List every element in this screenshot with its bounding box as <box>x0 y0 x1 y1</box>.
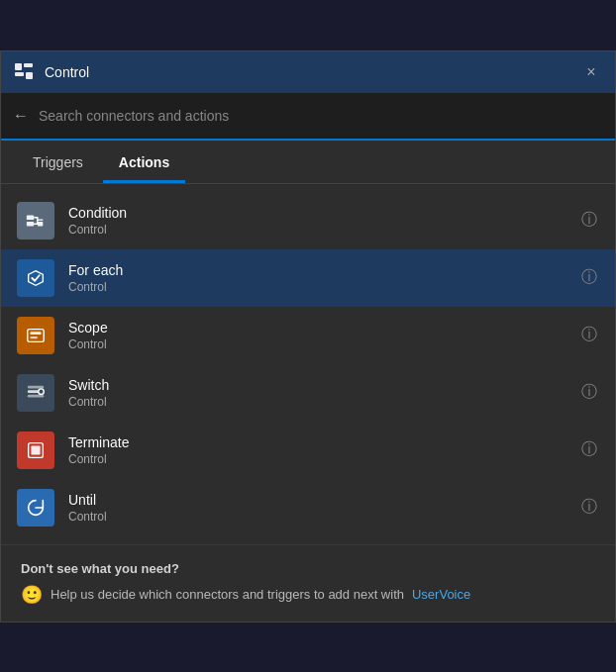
switch-icon <box>17 374 54 412</box>
footer-text: 🙂 Help us decide which connectors and tr… <box>21 584 595 606</box>
terminate-text: Terminate Control <box>68 434 579 466</box>
scope-info-icon[interactable]: ⓘ <box>579 326 599 345</box>
svg-rect-15 <box>31 445 40 454</box>
svg-rect-0 <box>15 63 22 70</box>
for-each-text: For each Control <box>68 262 579 294</box>
title-bar: Control × <box>1 51 615 93</box>
until-text: Until Control <box>68 492 579 524</box>
svg-rect-11 <box>28 394 45 397</box>
scope-icon <box>17 317 54 354</box>
list-item-switch[interactable]: Switch Control ⓘ <box>1 364 615 422</box>
tabs-row: Triggers Actions <box>1 141 615 184</box>
svg-rect-3 <box>26 72 33 79</box>
svg-rect-5 <box>27 221 34 226</box>
list-item-scope[interactable]: Scope Control ⓘ <box>1 307 615 364</box>
for-each-icon <box>17 259 54 297</box>
search-bar: ← <box>1 93 615 141</box>
condition-text: Condition Control <box>68 205 579 237</box>
uservoice-link[interactable]: UserVoice <box>412 587 470 602</box>
svg-rect-4 <box>27 215 34 220</box>
back-button[interactable]: ← <box>13 107 29 125</box>
svg-rect-8 <box>31 332 42 335</box>
terminate-info-icon[interactable]: ⓘ <box>579 440 599 460</box>
footer-heading: Don't see what you need? <box>21 561 595 576</box>
scope-text: Scope Control <box>68 320 579 351</box>
switch-info-icon[interactable]: ⓘ <box>579 383 599 403</box>
control-dialog: Control × ← Triggers Actions Condit <box>0 50 616 623</box>
svg-rect-1 <box>24 63 33 67</box>
until-icon <box>17 489 54 527</box>
condition-icon <box>17 202 54 240</box>
smiley-icon: 🙂 <box>21 584 43 606</box>
until-info-icon[interactable]: ⓘ <box>579 498 599 518</box>
footer: Don't see what you need? 🙂 Help us decid… <box>1 544 615 622</box>
terminate-icon <box>17 432 54 469</box>
list-item-for-each[interactable]: For each Control ⓘ <box>1 249 615 307</box>
condition-info-icon[interactable]: ⓘ <box>579 211 599 231</box>
switch-text: Switch Control <box>68 377 579 409</box>
svg-rect-7 <box>28 329 45 341</box>
for-each-info-icon[interactable]: ⓘ <box>579 268 599 288</box>
svg-point-13 <box>39 388 45 394</box>
tab-triggers[interactable]: Triggers <box>17 144 99 183</box>
list-item-condition[interactable]: Condition Control ⓘ <box>1 192 615 249</box>
control-icon <box>13 61 35 83</box>
svg-rect-12 <box>28 385 45 388</box>
search-input[interactable] <box>39 108 603 124</box>
title-text: Control <box>45 64 569 80</box>
list-item-terminate[interactable]: Terminate Control ⓘ <box>1 422 615 479</box>
svg-rect-2 <box>15 72 24 76</box>
svg-rect-9 <box>31 336 38 337</box>
tab-actions[interactable]: Actions <box>103 144 185 183</box>
list-item-until[interactable]: Until Control ⓘ <box>1 479 615 536</box>
svg-rect-6 <box>38 221 44 226</box>
close-button[interactable]: × <box>579 60 603 84</box>
footer-body-text: Help us decide which connectors and trig… <box>51 587 404 602</box>
actions-list: Condition Control ⓘ For each Control ⓘ <box>1 184 615 544</box>
